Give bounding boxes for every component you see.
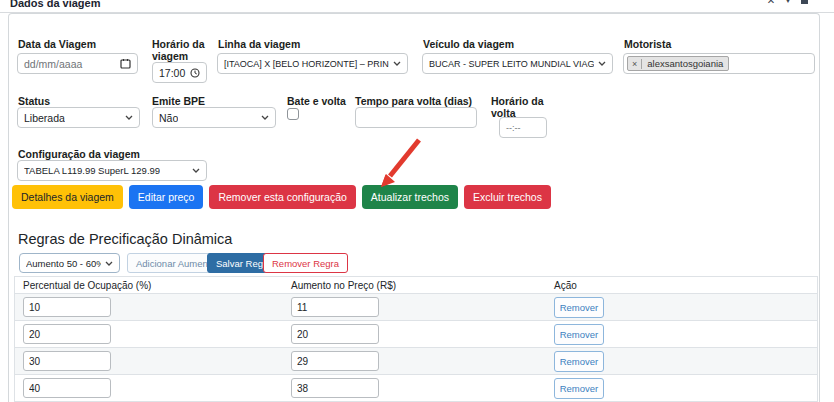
calendar-icon[interactable] — [120, 58, 131, 69]
panel-handle-icon[interactable] — [801, 0, 808, 4]
chevron-down-icon — [192, 168, 200, 173]
pricing-rules-heading: Regras de Precificação Dinâmica — [18, 231, 232, 247]
action-button-row: Detalhes da viagem Editar preço Remover … — [12, 185, 551, 209]
remove-row-button[interactable]: Remover — [554, 297, 604, 318]
driver-tag-label: alexsantosgoiania — [642, 58, 728, 69]
col-header-increase: Aumento no Preço (R$) — [283, 280, 546, 291]
col-header-occupancy: Percentual de Ocupação (%) — [15, 280, 283, 291]
table-row: Remover — [15, 294, 817, 321]
page-title: Dados da viagem — [10, 0, 100, 9]
table-row: Remover — [15, 375, 817, 402]
veiculo-viagem-label: Veículo da viagem — [423, 38, 514, 50]
emite-bpe-value: Não — [159, 112, 178, 124]
occupancy-input[interactable] — [23, 351, 111, 371]
driver-tag-input[interactable]: × alexsantosgoiania — [623, 53, 815, 74]
trip-time-input[interactable]: 17:00 — [152, 62, 207, 83]
pricing-table: Percentual de Ocupação (%) Aumento no Pr… — [14, 276, 818, 402]
chevron-down-icon — [105, 261, 113, 266]
status-label: Status — [18, 95, 50, 107]
increase-input[interactable] — [291, 351, 379, 371]
remove-tag-icon[interactable]: × — [628, 59, 642, 69]
trip-date-placeholder: dd/mm/aaaa — [24, 58, 82, 70]
chevron-down-icon — [261, 115, 269, 120]
occupancy-input[interactable] — [23, 378, 111, 398]
trip-line-value: [ITAOCA] X [BELO HORIZONTE] – PRINCIPAL … — [224, 59, 389, 69]
clock-icon[interactable] — [190, 68, 200, 78]
bate-e-volta-checkbox[interactable] — [287, 108, 299, 120]
emite-bpe-select[interactable]: Não — [152, 107, 276, 128]
remove-row-button[interactable]: Remover — [554, 324, 604, 345]
increase-input[interactable] — [291, 324, 379, 344]
horario-volta-input[interactable]: --:-- — [499, 117, 547, 138]
status-value: Liberada — [24, 112, 65, 124]
trip-vehicle-value: BUCAR - SUPER LEITO MUNDIAL VIAGENS — [429, 59, 594, 69]
horario-volta-placeholder: --:-- — [506, 123, 521, 133]
emite-bpe-label: Emite BPE — [152, 95, 205, 107]
increase-input[interactable] — [291, 378, 379, 398]
status-select[interactable]: Liberada — [17, 107, 140, 128]
window-controls: ✕ ▼ — [767, 0, 808, 7]
linha-viagem-label: Linha da viagem — [218, 38, 300, 50]
occupancy-input[interactable] — [23, 324, 111, 344]
occupancy-input[interactable] — [23, 297, 111, 317]
tempo-volta-input[interactable] — [355, 107, 477, 128]
trip-vehicle-select[interactable]: BUCAR - SUPER LEITO MUNDIAL VIAGENS — [422, 53, 613, 74]
edit-price-button[interactable]: Editar preço — [129, 185, 204, 209]
trip-time-value: 17:00 — [159, 67, 185, 79]
table-row: Remover — [15, 321, 817, 348]
configuracao-label: Configuração da viagem — [18, 148, 140, 160]
chevron-down-icon — [598, 61, 606, 66]
remove-row-button[interactable]: Remover — [554, 351, 604, 372]
driver-tag: × alexsantosgoiania — [627, 56, 729, 71]
close-icon[interactable]: ✕ — [767, 0, 775, 7]
bate-e-volta-label: Bate e volta — [287, 95, 346, 107]
increase-input[interactable] — [291, 297, 379, 317]
horario-volta-label: Horário da volta — [491, 95, 549, 119]
col-header-action: Ação — [546, 280, 817, 291]
chevron-down-icon[interactable]: ▼ — [784, 0, 792, 7]
increase-range-select[interactable]: Aumento 50 - 60% — [19, 253, 120, 273]
configuracao-value: TABELA L119.99 SuperL 129.99 — [24, 165, 160, 176]
tempo-volta-label: Tempo para volta (dias) — [355, 95, 472, 107]
trip-details-button[interactable]: Detalhes da viagem — [12, 185, 123, 209]
trip-line-select[interactable]: [ITAOCA] X [BELO HORIZONTE] – PRINCIPAL … — [217, 53, 408, 74]
motorista-label: Motorista — [624, 38, 671, 50]
horario-viagem-label: Horário da viagem — [152, 38, 214, 62]
table-row: Remover — [15, 348, 817, 375]
table-header-row: Percentual de Ocupação (%) Aumento no Pr… — [15, 277, 817, 294]
chevron-down-icon — [125, 115, 133, 120]
remove-rule-button[interactable]: Remover Regra — [263, 253, 348, 273]
increase-range-value: Aumento 50 - 60% — [26, 258, 101, 269]
data-viagem-label: Data da Viagem — [18, 38, 96, 50]
remove-configuration-button[interactable]: Remover esta configuração — [209, 185, 355, 209]
trip-date-input[interactable]: dd/mm/aaaa — [17, 53, 138, 74]
chevron-down-icon — [393, 61, 401, 66]
delete-sections-button[interactable]: Excluir trechos — [464, 185, 551, 209]
trip-data-panel: Dados da viagem ✕ ▼ Data da Viagem Horár… — [0, 0, 834, 402]
update-sections-button[interactable]: Atualizar trechos — [362, 185, 458, 209]
configuracao-select[interactable]: TABELA L119.99 SuperL 129.99 — [17, 160, 207, 181]
remove-row-button[interactable]: Remover — [554, 378, 604, 399]
